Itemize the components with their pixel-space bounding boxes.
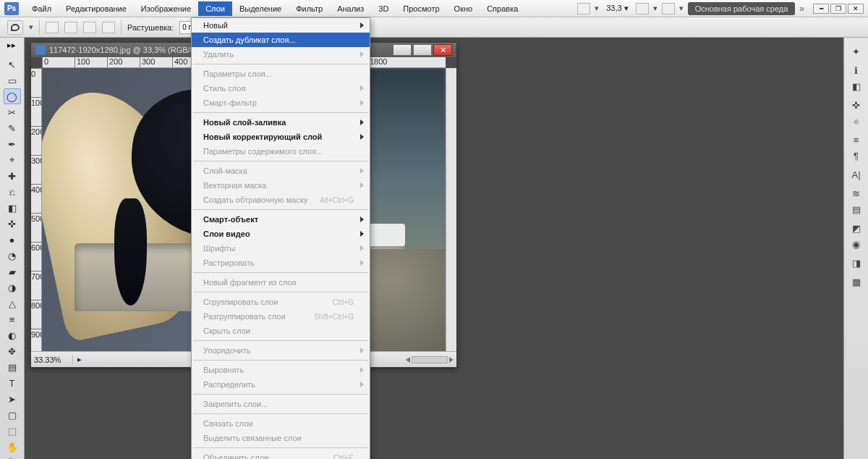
tool-21[interactable]: ➤ xyxy=(4,391,21,407)
panel-icon-2[interactable]: ◧ xyxy=(848,78,865,94)
tool-15[interactable]: △ xyxy=(4,295,21,311)
tool-17[interactable]: ◐ xyxy=(4,327,21,343)
panel-icon-10[interactable]: ◩ xyxy=(848,220,865,236)
tool-23[interactable]: ⬚ xyxy=(4,423,21,439)
panel-icon-8[interactable]: ≋ xyxy=(848,185,865,201)
menu-item: Шрифты xyxy=(192,241,370,256)
submenu-arrow-icon xyxy=(360,367,364,373)
tool-9[interactable]: ◧ xyxy=(4,200,21,216)
window-close-icon[interactable]: ✕ xyxy=(433,44,452,56)
menu-item[interactable]: Новый корректирующий слой xyxy=(192,130,370,144)
panel-icon-9[interactable]: ▤ xyxy=(848,201,865,217)
panel-icon-13[interactable]: ▦ xyxy=(848,274,865,290)
menu-item-label: Слой-маска xyxy=(203,167,247,175)
zoom-level[interactable]: 33.33% xyxy=(31,355,73,364)
tool-24[interactable]: ✋ xyxy=(4,439,21,455)
screenmode-icon[interactable] xyxy=(577,3,590,14)
menu-item[interactable]: Создать дубликат слоя... xyxy=(192,33,370,47)
menu-item-label: Объединить слои xyxy=(203,453,268,459)
panel-icon-0[interactable]: ✦ xyxy=(848,43,865,59)
menu-редактирование[interactable]: Редактирование xyxy=(59,1,134,16)
menu-item-label: Смарт-фильтр xyxy=(203,98,257,107)
tool-18[interactable]: ✥ xyxy=(4,343,21,359)
panel-icon-6[interactable]: ¶ xyxy=(848,148,865,164)
menu-слои[interactable]: Слои xyxy=(198,1,232,16)
tool-8[interactable]: ⎌ xyxy=(4,184,21,200)
window-minimize-icon[interactable]: ─ xyxy=(393,44,412,56)
dropdown-icon[interactable]: ▾ xyxy=(29,22,33,32)
menu-окно[interactable]: Окно xyxy=(447,1,480,16)
panel-icon-5[interactable]: ≡ xyxy=(848,132,865,148)
arrange-icon[interactable] xyxy=(636,3,649,14)
submenu-arrow-icon xyxy=(360,119,364,125)
menu-dropdown-icon[interactable]: ▾ xyxy=(595,4,599,13)
menu-файл[interactable]: Файл xyxy=(25,1,59,16)
status-menu-icon[interactable]: ▸ xyxy=(73,355,86,364)
menu-item: Растрировать xyxy=(192,256,370,270)
tool-14[interactable]: ◑ xyxy=(4,279,21,295)
menu-item[interactable]: Слои видео xyxy=(192,227,370,241)
scrollbar-vertical[interactable] xyxy=(446,68,456,351)
tool-20[interactable]: T xyxy=(4,375,21,391)
selection-intersect-icon[interactable] xyxy=(102,22,115,33)
tool-13[interactable]: ▰ xyxy=(4,264,21,279)
expand-panels-icon[interactable]: » xyxy=(799,4,804,14)
tool-10[interactable]: ✜ xyxy=(4,216,21,232)
ruler-vertical[interactable]: 0100200300400500600700800900100011001200 xyxy=(31,68,42,351)
tool-4[interactable]: ✎ xyxy=(4,120,21,136)
tool-11[interactable]: ● xyxy=(4,232,21,248)
doc-restore-icon[interactable]: ❐ xyxy=(830,4,846,14)
selection-subtract-icon[interactable] xyxy=(83,22,96,33)
submenu-arrow-icon xyxy=(360,182,364,188)
tool-22[interactable]: ▢ xyxy=(4,407,21,423)
menu-изображение[interactable]: Изображение xyxy=(134,1,198,16)
menu-item-label: Выровнять xyxy=(203,366,244,374)
screen-layout-icon[interactable] xyxy=(662,3,675,14)
menu-просмотр[interactable]: Просмотр xyxy=(396,1,446,16)
tool-19[interactable]: ▤ xyxy=(4,359,21,375)
menu-dropdown-icon[interactable]: ▾ xyxy=(653,4,658,13)
workspace-switcher[interactable]: Основная рабочая среда xyxy=(688,2,796,15)
menu-item: Параметры слоя... xyxy=(192,67,370,81)
tool-7[interactable]: ✚ xyxy=(4,168,21,184)
menu-item-label: Создать дубликат слоя... xyxy=(203,35,296,44)
scrollbar-horizontal[interactable] xyxy=(384,356,456,363)
panel-icon-7[interactable]: A| xyxy=(848,167,865,182)
doc-minimize-icon[interactable]: ━ xyxy=(813,4,829,14)
menu-3d[interactable]: 3D xyxy=(371,1,396,16)
selection-add-icon[interactable] xyxy=(64,22,77,33)
menu-item: Сгруппировать слоиCtrl+G xyxy=(192,295,370,309)
zoom-indicator[interactable]: 33,3 ▾ xyxy=(603,4,631,13)
tool-12[interactable]: ◔ xyxy=(4,248,21,264)
menu-item-label: Новый слой-заливка xyxy=(203,118,286,127)
toolbox-collapse-icon[interactable]: ▸▸ xyxy=(4,41,19,49)
menu-фильтр[interactable]: Фильтр xyxy=(289,1,330,16)
panel-icon-3[interactable]: ✜ xyxy=(848,97,865,113)
menu-выделение[interactable]: Выделение xyxy=(232,1,289,16)
menu-item: Стиль слоя xyxy=(192,81,370,96)
menu-справка[interactable]: Справка xyxy=(480,1,525,16)
panel-icon-12[interactable]: ◨ xyxy=(848,255,865,271)
tool-5[interactable]: ✒ xyxy=(4,136,21,152)
menu-dropdown-icon[interactable]: ▾ xyxy=(679,4,684,13)
window-maximize-icon[interactable]: ☐ xyxy=(413,44,432,56)
active-tool-indicator[interactable] xyxy=(7,20,23,35)
submenu-arrow-icon xyxy=(360,216,364,222)
tool-2[interactable]: ◯ xyxy=(4,88,21,104)
tool-3[interactable]: ✂ xyxy=(4,104,21,120)
menu-item[interactable]: Новый xyxy=(192,18,370,33)
tool-6[interactable]: ⌖ xyxy=(4,152,21,168)
panel-icon-4[interactable]: ⟐ xyxy=(848,113,865,129)
tool-16[interactable]: ≡ xyxy=(4,311,21,327)
tool-1[interactable]: ▭ xyxy=(4,72,21,88)
menu-item[interactable]: Смарт-объект xyxy=(192,212,370,227)
selection-new-icon[interactable] xyxy=(46,22,59,33)
menu-item[interactable]: Новый слой-заливка xyxy=(192,115,370,130)
menu-item: Создать обтравочную маскуAlt+Ctrl+G xyxy=(192,193,370,207)
tool-0[interactable]: ↖ xyxy=(4,56,21,72)
doc-close-icon[interactable]: ✕ xyxy=(848,4,864,14)
tool-25[interactable]: 🔍 xyxy=(4,455,21,459)
menu-анализ[interactable]: Анализ xyxy=(330,1,371,16)
panel-icon-1[interactable]: ℹ xyxy=(848,62,865,78)
panel-icon-11[interactable]: ◉ xyxy=(848,236,865,252)
